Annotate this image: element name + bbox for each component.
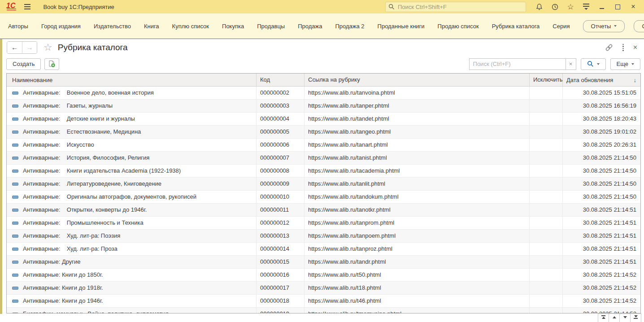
name-cell[interactable]: Антикварные: Военное дело, военная истор… bbox=[7, 87, 257, 99]
column-header-updated[interactable]: Дата обновления ↓ bbox=[563, 74, 640, 86]
exclude-cell[interactable] bbox=[530, 282, 563, 294]
code-cell[interactable]: 000000010 bbox=[257, 191, 305, 203]
table-row[interactable]: Антикварные: Промышленность и Техника000… bbox=[7, 217, 640, 230]
name-cell[interactable]: Антикварные: Открытки, конверты до 1946г… bbox=[7, 204, 257, 216]
favorites-star-icon[interactable]: ☆ bbox=[566, 3, 574, 11]
exclude-cell[interactable] bbox=[530, 269, 563, 281]
date-cell[interactable]: 30.08.2025 21:14:51 bbox=[563, 204, 640, 216]
date-cell[interactable]: 30.08.2025 21:14:52 bbox=[563, 269, 640, 281]
name-cell[interactable]: Антикварные: Другие bbox=[7, 256, 257, 268]
more-button[interactable]: Еще bbox=[610, 58, 640, 70]
name-cell[interactable]: Антикварные: Книги до 1850г. bbox=[7, 269, 257, 281]
url-cell[interactable]: https://www.alib.ru/tanart.phtml bbox=[305, 139, 530, 151]
name-cell[interactable]: Антикварные: Литературоведение, Книговед… bbox=[7, 178, 257, 190]
table-row[interactable]: Антикварные: Открытки, конверты до 1946г… bbox=[7, 204, 640, 217]
back-button[interactable]: ← bbox=[7, 42, 22, 53]
maximize-icon[interactable] bbox=[614, 3, 622, 11]
url-cell[interactable]: https://www.alib.ru/tanotkr.phtml bbox=[305, 204, 530, 216]
url-cell[interactable]: https://www.alib.ru/tanlit.phtml bbox=[305, 178, 530, 190]
date-cell[interactable]: 30.08.2025 20:26:31 bbox=[563, 139, 640, 151]
url-cell[interactable]: https://www.alib.ru/tanper.phtml bbox=[305, 100, 530, 112]
url-cell[interactable]: https://www.alib.ru/tanvoina.phtml bbox=[305, 87, 530, 99]
menu-item-5[interactable]: Куплю список bbox=[172, 23, 209, 30]
code-cell[interactable]: 000000003 bbox=[257, 100, 305, 112]
code-cell[interactable]: 000000007 bbox=[257, 152, 305, 164]
exclude-cell[interactable] bbox=[530, 204, 563, 216]
close-form-icon[interactable]: × bbox=[633, 44, 637, 51]
menu-item-13[interactable]: Серия bbox=[553, 23, 570, 30]
code-cell[interactable]: 000000004 bbox=[257, 113, 305, 125]
exclude-cell[interactable] bbox=[530, 191, 563, 203]
menu-item-3[interactable]: Издательство bbox=[94, 23, 131, 30]
date-cell[interactable]: 30.08.2025 21:14:50 bbox=[563, 165, 640, 177]
date-cell[interactable]: 30.08.2025 15:51:05 bbox=[563, 87, 640, 99]
exclude-cell[interactable] bbox=[530, 295, 563, 307]
exclude-cell[interactable] bbox=[530, 256, 563, 268]
code-cell[interactable]: 000000014 bbox=[257, 243, 305, 255]
table-row[interactable]: Антикварные: Книги до 1850г.000000016htt… bbox=[7, 269, 640, 282]
scroll-up-button[interactable] bbox=[609, 313, 620, 322]
date-cell[interactable]: 30.08.2025 21:14:52 bbox=[563, 282, 640, 294]
url-cell[interactable]: https://www.alib.ru/tandr.phtml bbox=[305, 256, 530, 268]
exclude-cell[interactable] bbox=[530, 243, 563, 255]
name-cell[interactable]: Антикварные: Книги до 1946г. bbox=[7, 295, 257, 307]
name-cell[interactable]: Антикварные: Книги издательства Academia… bbox=[7, 165, 257, 177]
name-cell[interactable]: Антикварные: Оригиналы автографов, докум… bbox=[7, 191, 257, 203]
date-cell[interactable]: 30.08.2025 19:01:02 bbox=[563, 126, 640, 138]
menu-item-10[interactable]: Проданные книги bbox=[378, 23, 425, 30]
scroll-down-button[interactable] bbox=[619, 313, 631, 322]
exclude-cell[interactable] bbox=[530, 126, 563, 138]
column-header-code[interactable]: Код bbox=[257, 74, 305, 86]
create-button[interactable]: Создать bbox=[6, 58, 41, 70]
code-cell[interactable]: 000000013 bbox=[257, 230, 305, 242]
code-cell[interactable]: 000000006 bbox=[257, 139, 305, 151]
column-header-url[interactable]: Ссылка на рубрику bbox=[305, 74, 530, 86]
menu-item-12[interactable]: Рубрика каталога bbox=[492, 23, 540, 30]
url-cell[interactable]: https://www.alib.ru/tanpoem.phtml bbox=[305, 230, 530, 242]
column-header-exclude[interactable]: Исключить bbox=[530, 74, 563, 86]
name-cell[interactable]: Антикварные: Книги до 1918г. bbox=[7, 282, 257, 294]
table-row[interactable]: Антикварные: Литературоведение, Книговед… bbox=[7, 178, 640, 191]
name-cell[interactable]: Антикварные: Естествознание, Медицина bbox=[7, 126, 257, 138]
menu-item-6[interactable]: Покупка bbox=[222, 23, 244, 30]
global-search-input[interactable] bbox=[397, 3, 523, 11]
link-icon[interactable] bbox=[605, 44, 613, 52]
favorite-star-icon[interactable]: ☆ bbox=[44, 43, 52, 52]
exclude-cell[interactable] bbox=[530, 152, 563, 164]
exclude-cell[interactable] bbox=[530, 178, 563, 190]
table-row[interactable]: Антикварные: Худ. лит-ра: Проза000000014… bbox=[7, 243, 640, 256]
service-button[interactable]: Сервис bbox=[634, 20, 644, 32]
code-cell[interactable]: 000000012 bbox=[257, 217, 305, 229]
date-cell[interactable]: 30.08.2025 21:14:52 bbox=[563, 295, 640, 307]
name-cell[interactable]: Антикварные: Детские книги и журналы bbox=[7, 113, 257, 125]
create-by-copy-button[interactable] bbox=[44, 58, 59, 70]
table-row[interactable]: Антикварные: Другие000000015https://www.… bbox=[7, 256, 640, 269]
date-cell[interactable]: 30.08.2025 21:14:51 bbox=[563, 256, 640, 268]
menu-item-9[interactable]: Продажа 2 bbox=[335, 23, 364, 30]
reports-button[interactable]: Отчеты bbox=[583, 20, 625, 32]
exclude-cell[interactable] bbox=[530, 230, 563, 242]
column-header-name[interactable]: Наименование bbox=[7, 74, 257, 86]
list-search-input[interactable] bbox=[469, 58, 566, 70]
url-cell[interactable]: https://www.alib.ru/tanist.phtml bbox=[305, 152, 530, 164]
date-cell[interactable]: 30.08.2025 18:20:43 bbox=[563, 113, 640, 125]
exclude-cell[interactable] bbox=[530, 113, 563, 125]
more-options-icon[interactable] bbox=[622, 44, 624, 51]
history-icon[interactable] bbox=[551, 3, 559, 11]
date-cell[interactable]: 30.08.2025 21:14:52 bbox=[563, 308, 640, 313]
code-cell[interactable]: 000000018 bbox=[257, 295, 305, 307]
table-row[interactable]: Биографии, мемуары: Война, политика, дип… bbox=[7, 308, 640, 313]
minimize-icon[interactable] bbox=[598, 3, 606, 11]
bell-icon[interactable] bbox=[535, 3, 543, 11]
code-cell[interactable]: 000000011 bbox=[257, 204, 305, 216]
url-cell[interactable]: https://www.alib.ru/tacademia.phtml bbox=[305, 165, 530, 177]
menu-item-7[interactable]: Продавцы bbox=[257, 23, 285, 30]
name-cell[interactable]: Биографии, мемуары: Война, политика, дип… bbox=[7, 308, 257, 313]
url-cell[interactable]: https://www.alib.ru/tandet.phtml bbox=[305, 113, 530, 125]
table-row[interactable]: Антикварные: Естествознание, Медицина000… bbox=[7, 126, 640, 139]
date-cell[interactable]: 30.08.2025 21:14:51 bbox=[563, 217, 640, 229]
close-icon[interactable]: × bbox=[629, 3, 637, 11]
table-row[interactable]: Антикварные: Худ. лит-ра: Поэзия00000001… bbox=[7, 230, 640, 243]
name-cell[interactable]: Антикварные: Искусство bbox=[7, 139, 257, 151]
name-cell[interactable]: Антикварные: История, Философия, Религия bbox=[7, 152, 257, 164]
